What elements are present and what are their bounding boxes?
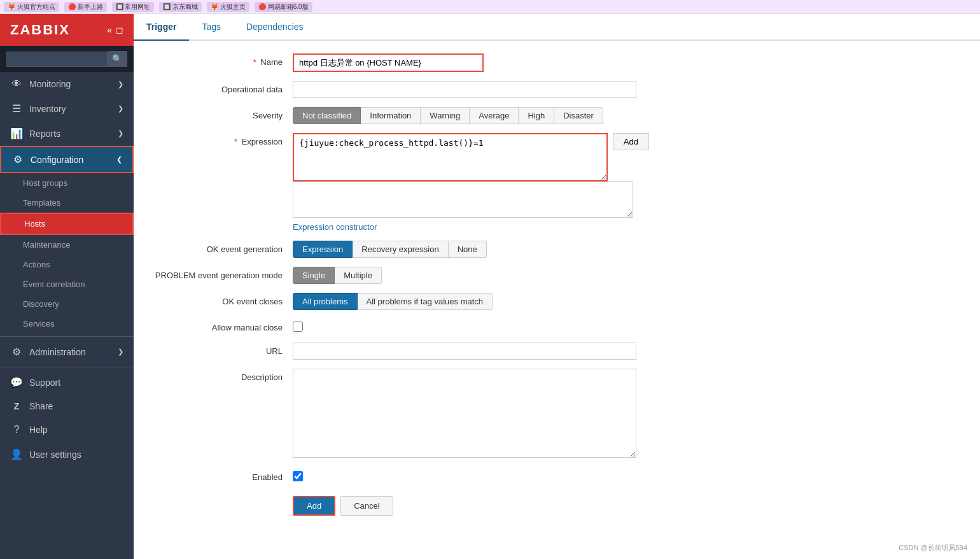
administration-icon: ⚙ [10, 346, 23, 358]
form-row-expression: * Expression {jiuyue:check_process_httpd… [153, 133, 961, 232]
tab-tags[interactable]: Tags [189, 14, 234, 41]
browser-tab-1[interactable]: 🦊 火狐官方站点 [4, 2, 59, 12]
sidebar-sub-actions[interactable]: Actions [0, 255, 134, 274]
sidebar-item-monitoring-label: Monitoring [29, 79, 71, 89]
sidebar-item-user-settings-label: User settings [29, 449, 81, 460]
sidebar-item-user-settings[interactable]: 👤 User settings [0, 442, 134, 467]
ok-event-closes-label: OK event closes [153, 293, 293, 306]
sidebar-sub-hosts[interactable]: Hosts [0, 213, 134, 235]
manual-close-control [293, 319, 649, 334]
tabs-bar: Trigger Tags Dependencies [134, 14, 980, 41]
expression-extra-area[interactable] [293, 181, 633, 218]
logo-icons: « ◻ [107, 25, 123, 35]
expression-wrapper: {jiuyue:check_process_httpd.last()}=1 Ad… [293, 133, 649, 181]
collapse-icon[interactable]: « [107, 25, 112, 35]
sidebar-item-help[interactable]: ? Help [0, 418, 134, 442]
url-input[interactable] [293, 343, 636, 360]
sidebar-item-inventory[interactable]: ☰ Inventory ❯ [0, 96, 134, 121]
severity-label: Severity [153, 107, 293, 120]
enabled-checkbox[interactable] [293, 471, 303, 481]
add-trigger-button[interactable]: Add [293, 496, 335, 516]
user-settings-icon: 👤 [10, 448, 23, 460]
browser-tab-2[interactable]: 🔴 新手上路 [64, 2, 107, 12]
support-icon: 💬 [10, 376, 23, 388]
sidebar-item-share[interactable]: Z Share [0, 395, 134, 418]
cancel-button[interactable]: Cancel [340, 496, 393, 516]
sidebar-item-administration[interactable]: ⚙ Administration ❯ [0, 339, 134, 364]
name-control [293, 53, 649, 72]
expression-add-button[interactable]: Add [613, 133, 649, 150]
inventory-arrow: ❯ [118, 104, 123, 113]
sidebar-sub-host-groups[interactable]: Host groups [0, 173, 134, 193]
ok-closes-tag-match[interactable]: All problems if tag values match [358, 293, 493, 310]
browser-tab-4[interactable]: 🔲 京东商城 [159, 2, 202, 12]
severity-average[interactable]: Average [470, 107, 519, 124]
search-input[interactable] [6, 52, 108, 67]
event-correlation-label: Event correlation [23, 280, 85, 289]
operational-data-label: Operational data [153, 81, 293, 94]
sidebar-item-configuration[interactable]: ⚙ Configuration ❮ [0, 146, 134, 173]
browser-tab-3[interactable]: 🔲 常用网址 [112, 2, 155, 12]
severity-group: Not classified Information Warning Avera… [293, 107, 649, 124]
sidebar-item-reports[interactable]: 📊 Reports ❯ [0, 121, 134, 146]
tab-dependencies[interactable]: Dependencies [234, 14, 316, 41]
sidebar-item-support[interactable]: 💬 Support [0, 370, 134, 395]
problem-mode-multiple[interactable]: Multiple [335, 267, 382, 284]
sidebar-sub-maintenance[interactable]: Maintenance [0, 235, 134, 255]
hosts-label: Hosts [24, 219, 45, 229]
description-control [293, 369, 649, 460]
expression-constructor-link[interactable]: Expression constructor [293, 222, 649, 232]
severity-high[interactable]: High [519, 107, 554, 124]
severity-information[interactable]: Information [361, 107, 421, 124]
severity-disaster[interactable]: Disaster [554, 107, 603, 124]
description-textarea[interactable] [293, 369, 636, 458]
sidebar-item-administration-label: Administration [29, 347, 86, 357]
ok-event-closes-group: All problems All problems if tag values … [293, 293, 649, 310]
ok-closes-all-problems[interactable]: All problems [293, 293, 358, 310]
search-button[interactable]: 🔍 [108, 51, 127, 67]
tab-trigger[interactable]: Trigger [134, 14, 189, 41]
form-row-operational-data: Operational data [153, 81, 961, 98]
ok-event-recovery[interactable]: Recovery expression [353, 241, 448, 258]
sidebar-divider-1 [0, 336, 134, 337]
expression-label: * Expression [153, 133, 293, 146]
ok-event-none[interactable]: None [449, 241, 487, 258]
form-row-enabled: Enabled [153, 469, 961, 483]
operational-data-input[interactable] [293, 81, 636, 98]
expression-textarea[interactable]: {jiuyue:check_process_httpd.last()}=1 [293, 133, 608, 181]
form-row-description: Description [153, 369, 961, 460]
severity-not-classified[interactable]: Not classified [293, 107, 361, 124]
form-row-url: URL [153, 343, 961, 360]
browser-tab-5[interactable]: 🦊 火狐主页 [207, 2, 249, 12]
form-row-manual-close: Allow manual close [153, 319, 961, 334]
host-groups-label: Host groups [23, 178, 67, 188]
manual-close-checkbox[interactable] [293, 322, 303, 332]
logo-text: ZABBIX [10, 22, 70, 38]
sidebar-item-share-label: Share [29, 401, 53, 411]
sidebar-sub-services[interactable]: Services [0, 314, 134, 334]
url-label: URL [153, 343, 293, 356]
severity-warning[interactable]: Warning [421, 107, 470, 124]
problem-mode-single[interactable]: Single [293, 267, 335, 284]
reports-icon: 📊 [10, 127, 23, 139]
sidebar-item-configuration-label: Configuration [31, 155, 83, 165]
name-label: * Name [153, 53, 293, 67]
browser-bar: 🦊 火狐官方站点 🔴 新手上路 🔲 常用网址 🔲 京东商城 🦊 火狐主页 🔴 网… [0, 0, 980, 14]
sidebar-sub-event-correlation[interactable]: Event correlation [0, 274, 134, 294]
sidebar-item-reports-label: Reports [29, 129, 60, 139]
name-input[interactable] [293, 53, 484, 72]
expression-control: {jiuyue:check_process_httpd.last()}=1 Ad… [293, 133, 649, 232]
ok-event-control: Expression Recovery expression None [293, 241, 649, 258]
action-buttons: Add Cancel [153, 496, 961, 516]
ok-event-expression[interactable]: Expression [293, 241, 353, 258]
sidebar-sub-templates[interactable]: Templates [0, 193, 134, 213]
expand-icon[interactable]: ◻ [116, 25, 123, 35]
ok-event-group: Expression Recovery expression None [293, 241, 649, 258]
sidebar-item-inventory-label: Inventory [29, 104, 66, 114]
operational-data-control [293, 81, 649, 98]
sidebar-item-monitoring[interactable]: 👁 Monitoring ❯ [0, 72, 134, 96]
enabled-label: Enabled [153, 469, 293, 482]
browser-tab-6[interactable]: 🔴 网易邮箱6.0版 [255, 2, 312, 12]
sidebar-sub-discovery[interactable]: Discovery [0, 294, 134, 314]
ok-event-label: OK event generation [153, 241, 293, 254]
